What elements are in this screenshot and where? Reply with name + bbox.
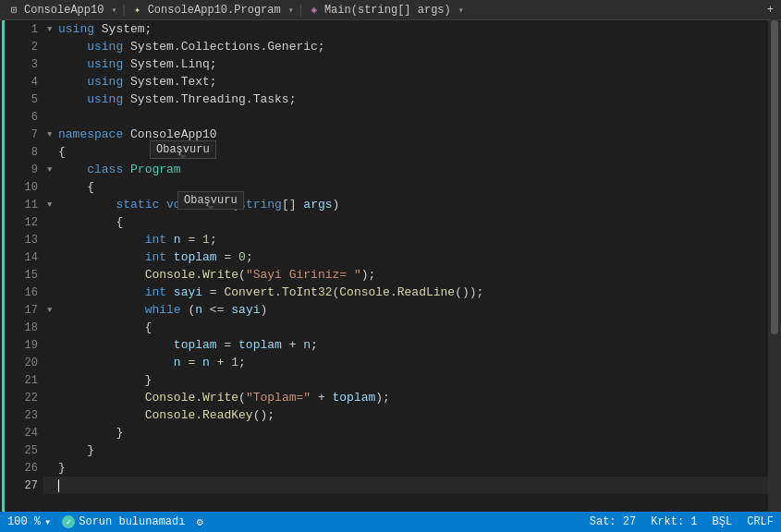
line-num-21: 21 [16,371,43,389]
scroll-thumb[interactable] [771,20,778,334]
fold-1[interactable]: ▼ [47,25,58,34]
code-line-19: toplam = toplam + n; [43,336,768,354]
namespace-icon: ✦ [131,4,144,17]
code-content-14: int toplam = 0; [58,250,253,264]
status-bar: 100 % ▾ ✓ Sorun bulunamadı ⚙ Sat: 27 Krk… [0,512,781,532]
code-line-1: ▼ using System; [43,20,768,38]
settings-icon[interactable]: ⚙ [196,516,202,529]
code-line-4: using System.Text; [43,73,768,91]
separator2: | [298,4,304,17]
code-content-12: { [58,215,123,229]
code-content-24: } [58,426,123,440]
code-content-3: using System.Linq; [58,57,217,71]
namespace-label: ConsoleApp10.Program [148,4,281,17]
code-content-2: using System.Collections.Generic; [58,40,325,54]
code-content-18: { [58,320,152,334]
add-tab-button[interactable]: + [767,4,774,17]
line-numbers: 1 2 3 4 5 6 7 8 9 10 11 12 13 14 15 16 1… [16,20,43,512]
title-bar: ⊡ ConsoleApp10 ▾ | ✦ ConsoleApp10.Progra… [0,0,781,20]
line-num-15: 15 [16,266,43,284]
zoom-section[interactable]: 100 % ▾ [7,515,51,529]
line-num-25: 25 [16,441,43,459]
code-line-25: } [43,441,768,459]
line-num-19: 19 [16,336,43,354]
code-content-25: } [58,443,94,457]
vertical-scrollbar[interactable] [768,20,781,512]
line-num-26: 26 [16,459,43,477]
code-content-19: toplam = toplam + n; [58,338,318,352]
line-num-17: 17 [16,301,43,319]
code-line-10: { [43,178,768,196]
status-left: 100 % ▾ ✓ Sorun bulunamadı ⚙ [7,515,203,529]
line-num-9: 9 [16,161,43,178]
code-line-13: int n = 1; [43,231,768,248]
code-line-9: ▼ class Program [43,161,768,178]
namespace-dropdown[interactable]: ▾ [288,5,294,16]
line-num-18: 18 [16,319,43,336]
code-content-17: while (n <= sayi) [58,303,267,317]
code-content-4: using System.Text; [58,75,217,89]
code-line-22: Console.Write("Toplam=" + toplam); [43,389,768,406]
fold-9[interactable]: ▼ [47,165,58,175]
code-content-11: static void Main(string[] args) [58,198,339,212]
code-line-15: Console.Write("Sayi Giriniz= "); [43,266,768,284]
separator1: | [120,4,127,17]
code-line-7: ▼ namespace ConsoleApp10 [43,126,768,143]
check-icon: ✓ [62,515,75,528]
code-content-21: } [58,373,152,387]
line-num-2: 2 [16,38,43,55]
code-line-14: int toplam = 0; [43,248,768,266]
line-num-14: 14 [16,248,43,266]
code-line-8: { [43,143,768,161]
code-content-9: class Program [58,163,181,176]
editor-area: 1 2 3 4 5 6 7 8 9 10 11 12 13 14 15 16 1… [0,20,781,512]
code-line-16: int sayi = Convert.ToInt32(Console.ReadL… [43,284,768,301]
code-content-16: int sayi = Convert.ToInt32(Console.ReadL… [58,285,483,299]
encoding-info[interactable]: BŞL [713,515,733,528]
line-ending-info[interactable]: CRLF [747,515,774,528]
code-line-3: using System.Linq; [43,55,768,73]
settings-icon-section[interactable]: ⚙ [196,515,202,529]
line-num-27: 27 [16,477,43,494]
code-line-2: using System.Collections.Generic; [43,38,768,55]
code-content-10: { [58,180,94,194]
fold-7[interactable]: ▼ [47,130,58,139]
code-line-26: } [43,459,768,477]
code-line-20: n = n + 1; [43,354,768,371]
code-editor[interactable]: Obaşvuru Obaşvuru ▼ using System; using … [43,20,768,512]
method-section: ◈ Main(string[] args) ▾ [308,4,464,17]
project-section: ⊡ ConsoleApp10 ▾ [7,4,116,17]
line-num-20: 20 [16,354,43,371]
zoom-level: 100 % [7,515,41,528]
method-dropdown[interactable]: ▾ [458,5,464,16]
status-text: Sorun bulunamadı [79,515,185,528]
code-line-6 [43,108,768,126]
line-num-24: 24 [16,424,43,441]
code-line-11: ▼ static void Main(string[] args) [43,196,768,213]
gutter [0,20,5,512]
code-content-15: Console.Write("Sayi Giriniz= "); [58,268,375,282]
line-num-1: 1 [16,20,43,38]
code-content-1: using System; [58,22,152,36]
project-title: ConsoleApp10 [24,4,104,17]
line-num-3: 3 [16,55,43,73]
line-num-22: 22 [16,389,43,406]
code-content-8: { [58,145,66,159]
line-num-23: 23 [16,406,43,424]
project-dropdown[interactable]: ▾ [111,5,116,16]
fold-column [5,20,16,512]
code-line-12: { [43,213,768,231]
code-line-5: using System.Threading.Tasks; [43,91,768,108]
code-line-18: { [43,319,768,336]
fold-17[interactable]: ▼ [47,306,58,315]
line-num-4: 4 [16,73,43,91]
fold-11[interactable]: ▼ [47,200,58,210]
method-icon: ◈ [308,4,321,17]
line-num-13: 13 [16,231,43,248]
line-num-8: 8 [16,143,43,161]
zoom-dropdown[interactable]: ▾ [44,515,51,529]
method-label: Main(string[] args) [324,4,451,17]
status-right: Sat: 27 Krkt: 1 BŞL CRLF [590,515,774,528]
line-num-5: 5 [16,91,43,108]
code-line-23: Console.ReadKey(); [43,406,768,424]
